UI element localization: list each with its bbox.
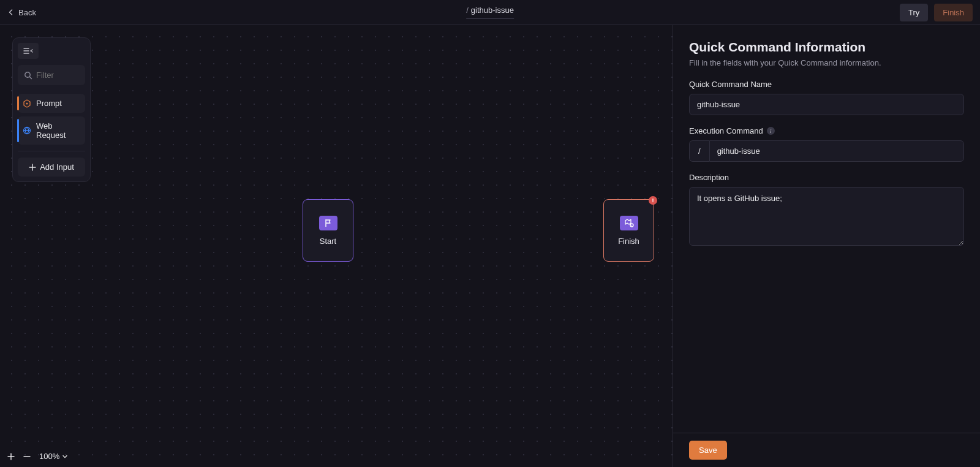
execution-command-input[interactable] <box>709 140 964 162</box>
add-input-label: Add Input <box>40 162 74 172</box>
title-name: github-issue <box>471 6 514 15</box>
save-button[interactable]: Save <box>689 441 727 460</box>
globe-icon <box>23 126 31 135</box>
filter-input[interactable] <box>36 70 79 80</box>
title-slash: / <box>466 6 469 15</box>
side-panel: Quick Command Information Fill in the fi… <box>673 25 980 467</box>
panel-subtitle: Fill in the fields with your Quick Comma… <box>689 58 964 67</box>
svg-point-4 <box>631 224 632 226</box>
alert-badge-icon: ! <box>649 196 657 205</box>
finish-button[interactable]: Finish <box>934 4 973 21</box>
name-field-label: Quick Command Name <box>689 80 964 89</box>
back-label: Back <box>18 8 36 17</box>
description-field-label: Description <box>689 173 964 182</box>
plus-icon <box>29 164 36 171</box>
plus-icon <box>7 453 18 460</box>
zoom-in-button[interactable] <box>7 453 18 460</box>
description-textarea[interactable] <box>689 187 964 246</box>
panel-title: Quick Command Information <box>689 40 964 55</box>
search-icon <box>24 71 32 80</box>
exec-field-label: Execution Command i <box>689 126 964 135</box>
add-input-button[interactable]: Add Input <box>18 158 85 177</box>
arrow-left-icon <box>7 9 15 16</box>
try-button[interactable]: Try <box>900 4 928 21</box>
header-title[interactable]: / github-issue <box>466 6 514 19</box>
finish-node[interactable]: ! Finish <box>603 199 654 262</box>
chevron-down-icon <box>62 454 68 460</box>
node-label: Start <box>320 237 336 246</box>
target-flag-icon <box>620 216 638 230</box>
palette-item-prompt[interactable]: Prompt <box>18 94 85 113</box>
node-label: Finish <box>618 237 639 246</box>
zoom-level-dropdown[interactable]: 100% <box>39 452 68 461</box>
svg-point-0 <box>25 72 30 77</box>
flag-icon <box>319 216 337 230</box>
collapse-palette-button[interactable] <box>18 43 39 59</box>
canvas[interactable]: Prompt Web Request Add Input Start <box>0 25 673 467</box>
minus-icon <box>23 453 34 460</box>
back-button[interactable]: Back <box>7 8 36 17</box>
zoom-out-button[interactable] <box>23 453 34 460</box>
start-node[interactable]: Start <box>303 199 353 262</box>
exec-prefix: / <box>689 140 709 162</box>
palette: Prompt Web Request Add Input <box>12 37 91 182</box>
prompt-icon <box>23 99 31 108</box>
info-icon[interactable]: i <box>767 127 775 135</box>
collapse-icon <box>23 47 33 55</box>
quick-command-name-input[interactable] <box>689 94 964 115</box>
svg-point-1 <box>26 102 28 104</box>
zoom-level-value: 100% <box>39 452 59 461</box>
palette-item-label: Web Request <box>36 121 80 140</box>
palette-item-web-request[interactable]: Web Request <box>18 116 85 145</box>
divider <box>18 151 85 151</box>
zoom-controls: 100% <box>7 452 68 461</box>
filter-box[interactable] <box>18 65 85 85</box>
palette-item-label: Prompt <box>36 99 62 108</box>
